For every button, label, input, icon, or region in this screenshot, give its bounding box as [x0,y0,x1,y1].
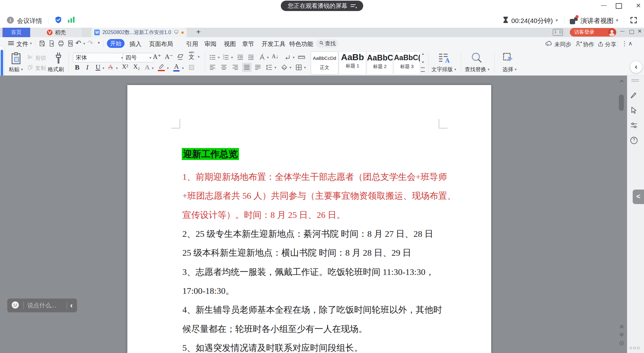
cut-button[interactable]: 剪切 [27,54,46,62]
highlight-pen-icon[interactable] [158,63,165,71]
emoji-icon[interactable] [11,301,19,310]
styles-more-icon[interactable] [421,67,425,72]
presenter-view-button[interactable]: 演讲者视图 [580,16,613,25]
tab-docer[interactable]: 稻壳 [30,28,83,37]
style-card-heading1[interactable]: AaBb 标题 1 [339,51,366,75]
hamburger-icon[interactable] [8,41,14,45]
info-icon[interactable]: i [7,17,14,24]
align-right-icon[interactable] [231,64,239,72]
network-signal-icon[interactable] [68,16,75,23]
typography-button[interactable]: 文字排版 ▾ [431,66,456,73]
paragraph-caret-icon[interactable]: ▾ [293,55,295,60]
banner-menu-icon[interactable]: ▾ [351,4,356,8]
undo-caret-icon[interactable]: ▾ [83,42,85,46]
collaborate-label[interactable]: 协作 [583,41,594,48]
line-spacing-icon[interactable] [265,64,273,72]
decrease-indent-icon[interactable] [236,54,244,62]
bullet-list-icon[interactable] [209,54,216,62]
copy-button[interactable]: 复制 [27,64,46,72]
underline-button[interactable]: U [96,63,100,71]
strike-caret-icon[interactable]: ▾ [116,66,118,70]
text-direction-caret-icon[interactable]: ▾ [267,55,269,60]
style-card-heading2[interactable]: AaBbC 标题 2 [367,51,393,75]
line-spacing-caret-icon[interactable]: ▾ [275,65,276,70]
styles-scroll-down-icon[interactable]: ▼ [421,60,425,64]
tab-developer[interactable]: 开发工具 [262,40,286,48]
tab-home[interactable]: 首页 [3,28,30,37]
collapse-ribbon-icon[interactable]: ∧ [628,40,632,47]
print-preview-icon[interactable] [67,40,74,48]
tab-view[interactable]: 视图 [224,40,236,48]
superscript-button[interactable]: X² [122,63,128,70]
text-effects-caret-icon[interactable]: ▾ [152,66,154,70]
fullscreen-icon[interactable] [630,16,638,26]
sidebar-drag-handle[interactable] [631,79,639,82]
chat-collapse-icon[interactable]: ‹ [70,301,73,310]
chat-input[interactable]: 说点什么... [27,301,67,310]
sync-status-label[interactable]: 未同步 [554,41,571,48]
bullet-caret-icon[interactable]: ▾ [218,55,220,60]
tab-page-layout[interactable]: 页面布局 [149,40,173,48]
align-center-icon[interactable] [220,64,228,72]
paragraph-mark-icon[interactable] [284,54,291,62]
security-shield-icon[interactable] [54,16,63,26]
decrease-font-button[interactable]: A⁻ [165,53,173,61]
browse-object-button[interactable] [618,341,625,347]
font-color-button[interactable]: A [173,63,180,71]
clear-format-icon[interactable] [176,53,184,62]
highlight-caret-icon[interactable]: ▾ [167,66,169,70]
tab-insert[interactable]: 插入 [130,40,142,48]
scrollbar-thumb[interactable] [619,94,624,111]
number-caret-icon[interactable]: ▾ [231,55,233,60]
strikethrough-button[interactable]: A [108,63,113,71]
find-replace-button[interactable]: 查找替换 ▾ [465,66,490,73]
font-color-caret-icon[interactable]: ▾ [182,66,184,70]
italic-button[interactable]: I [86,63,88,71]
typography-icon[interactable]: A [437,52,450,64]
undo-icon[interactable]: ↶ [75,39,81,47]
tab-document[interactable]: W 20250802数...迎新工作安排1.0 [91,28,187,37]
watching-banner[interactable]: 您正在观看潘锐的屏幕 ▾ [281,1,363,11]
increase-font-button[interactable]: A⁺ [153,53,161,61]
paste-icon[interactable] [10,52,22,66]
style-card-heading3[interactable]: AaBbC( 标题 3 [394,51,420,75]
settings-sliders-icon[interactable] [630,121,639,130]
guest-login-button[interactable]: 访客登录 [570,28,616,37]
save-icon[interactable] [38,40,46,48]
borders-caret-icon[interactable]: ▾ [304,65,306,70]
meeting-restore-button[interactable] [616,3,622,9]
tab-start[interactable]: 开始 [107,39,125,48]
next-page-button[interactable] [618,333,625,338]
meeting-details-button[interactable]: 会议详情 [17,17,42,25]
tab-review[interactable]: 审阅 [204,40,216,48]
more-menu-icon[interactable]: ⋮ [621,40,628,47]
file-caret-icon[interactable]: ▾ [30,41,32,46]
previous-page-button[interactable] [618,324,625,330]
style-card-normal[interactable]: AaBbCcDd 正文 [311,51,338,75]
tab-features[interactable]: 特色功能 [289,40,313,48]
sidebar-collapse-tab[interactable]: < [633,190,644,204]
find-button[interactable]: 查找 [316,39,339,48]
select-icon[interactable] [502,52,514,64]
sort-button[interactable]: A↓ [272,53,279,60]
text-direction-icon[interactable] [258,54,265,62]
subscript-button[interactable]: X₂ [133,63,140,70]
print-icon[interactable] [57,40,65,48]
pinyin-guide-button[interactable]: wén 文 [187,51,196,62]
menu-file[interactable]: 文件 [16,40,28,48]
chat-bar[interactable]: 说点什么... ‹ [7,299,77,312]
pointer-icon[interactable] [630,106,639,115]
export-icon[interactable] [48,40,55,48]
meeting-timer[interactable]: 00:24(40分钟) [511,16,553,25]
wps-close-button[interactable]: × [638,27,642,35]
distribute-icon[interactable] [254,64,262,72]
styles-scroll-up-icon[interactable]: ▲ [421,52,425,55]
meeting-close-button[interactable]: × [632,1,644,10]
underline-caret-icon[interactable]: ▾ [103,66,104,70]
sidebar-more-dots-icon[interactable] [630,346,642,349]
wps-minimize-button[interactable]: — [620,28,625,33]
bold-button[interactable]: B [75,63,80,71]
font-size-combo[interactable]: 四号 ▾ [123,53,154,62]
wps-restore-button[interactable] [630,30,634,34]
find-replace-icon[interactable] [470,51,483,65]
